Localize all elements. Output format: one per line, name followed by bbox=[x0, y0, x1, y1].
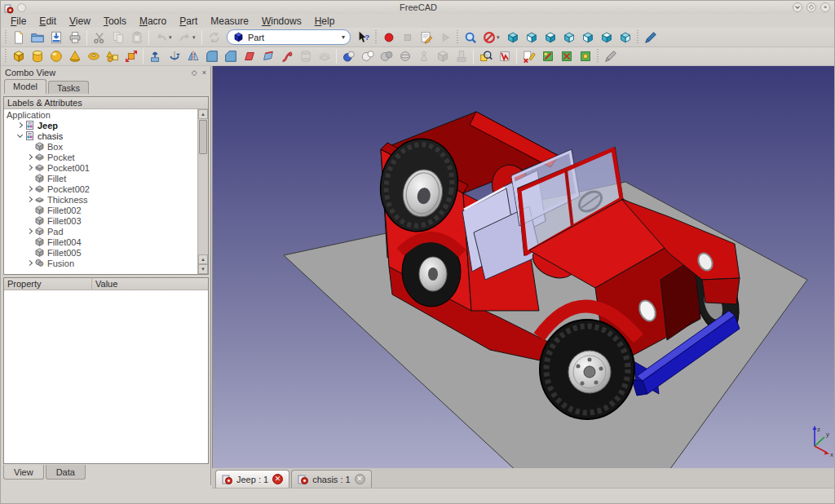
measure-clear-button[interactable] bbox=[576, 47, 594, 65]
document-tab-chasis[interactable]: chasis : 1✕ bbox=[291, 470, 371, 488]
refresh-button[interactable] bbox=[205, 29, 223, 46]
tree-item-fillet002[interactable]: Fillet002 bbox=[4, 205, 197, 215]
make-face-button[interactable] bbox=[240, 47, 258, 65]
tree-item-fillet004[interactable]: Fillet004 bbox=[4, 237, 197, 247]
fillet-button[interactable] bbox=[202, 47, 221, 65]
scroll-down-icon[interactable]: ▼ bbox=[198, 264, 208, 274]
tree-item-jeep[interactable]: Jeep bbox=[4, 120, 197, 130]
tree-item-pad[interactable]: Pad bbox=[4, 226, 197, 237]
close-button[interactable]: × bbox=[820, 2, 830, 12]
view-front-button[interactable] bbox=[522, 29, 541, 46]
menu-tools[interactable]: Tools bbox=[97, 15, 133, 28]
defeaturing-button[interactable] bbox=[495, 47, 514, 65]
make-solid-button[interactable] bbox=[414, 47, 433, 65]
expand-icon[interactable] bbox=[27, 154, 33, 160]
menu-view[interactable]: View bbox=[63, 15, 97, 28]
tree-item-pocket001[interactable]: Pocket001 bbox=[4, 162, 197, 173]
toolbar-handle[interactable] bbox=[636, 30, 639, 45]
shape-builder-button[interactable] bbox=[121, 47, 140, 65]
expand-icon[interactable] bbox=[27, 186, 33, 192]
close-panel-icon[interactable]: × bbox=[202, 69, 206, 77]
check-geometry-button[interactable] bbox=[476, 47, 495, 65]
menu-file[interactable]: File bbox=[4, 15, 33, 28]
tree-item-fusion[interactable]: Fusion bbox=[4, 258, 197, 268]
toolbar-handle[interactable] bbox=[4, 49, 7, 64]
tree-item-box[interactable]: Box bbox=[4, 141, 197, 152]
create-primitives-button[interactable] bbox=[103, 47, 121, 65]
primitive-box-button[interactable] bbox=[9, 47, 28, 65]
expand-icon[interactable] bbox=[27, 197, 33, 202]
primitive-cone-button[interactable] bbox=[65, 47, 84, 65]
close-tab-icon[interactable]: ✕ bbox=[355, 474, 365, 484]
menu-macro[interactable]: Macro bbox=[133, 15, 173, 28]
view-left-button[interactable] bbox=[616, 29, 634, 46]
ruled-surface-button[interactable] bbox=[258, 47, 277, 65]
document-tab-jeep[interactable]: Jeep : 1✕ bbox=[215, 470, 289, 488]
tab-view[interactable]: View bbox=[3, 465, 44, 480]
measure-refresh-button[interactable] bbox=[557, 47, 576, 65]
minimize-button[interactable] bbox=[793, 2, 802, 12]
draw-style-button[interactable] bbox=[479, 29, 498, 46]
expand-icon[interactable] bbox=[27, 165, 33, 170]
view-right-button[interactable] bbox=[559, 29, 578, 46]
menu-windows[interactable]: Windows bbox=[255, 15, 308, 28]
new-file-button[interactable] bbox=[9, 29, 28, 46]
macro-record-button[interactable] bbox=[379, 29, 398, 46]
clipping-plane-button[interactable] bbox=[641, 29, 660, 46]
boolean-common-button[interactable] bbox=[377, 47, 395, 65]
save-file-button[interactable] bbox=[46, 29, 65, 46]
tab-model[interactable]: Model bbox=[4, 79, 46, 94]
value-column-header[interactable]: Value bbox=[92, 278, 208, 290]
menu-part[interactable]: Part bbox=[173, 15, 204, 28]
workbench-selector[interactable]: Part▾ bbox=[227, 29, 351, 45]
tab-data[interactable]: Data bbox=[46, 465, 86, 480]
tree-item-pocket[interactable]: Pocket bbox=[4, 152, 197, 162]
tree-scrollbar[interactable]: ▲ ▲ ▼ bbox=[197, 109, 208, 274]
extrude-button[interactable] bbox=[146, 47, 165, 65]
sweep-button[interactable] bbox=[277, 47, 296, 65]
loft-button[interactable] bbox=[296, 47, 315, 65]
expand-icon[interactable] bbox=[27, 228, 33, 234]
measure-angular-button[interactable] bbox=[538, 47, 557, 65]
paste-button[interactable] bbox=[127, 29, 146, 46]
scrollbar-thumb[interactable] bbox=[199, 120, 207, 154]
primitive-sphere-button[interactable] bbox=[46, 47, 65, 65]
toolbar-handle[interactable] bbox=[596, 49, 599, 64]
menu-measure[interactable]: Measure bbox=[204, 15, 255, 28]
property-column-header[interactable]: Property bbox=[4, 278, 92, 290]
menu-help[interactable]: Help bbox=[308, 15, 342, 28]
copy-button[interactable] bbox=[108, 29, 127, 46]
expand-icon[interactable] bbox=[27, 260, 33, 266]
chamfer-button[interactable] bbox=[221, 47, 240, 65]
tree-item-fillet005[interactable]: Fillet005 bbox=[4, 247, 197, 258]
mirror-button[interactable] bbox=[183, 47, 202, 65]
collapse-icon[interactable] bbox=[17, 132, 23, 138]
revolve-button[interactable] bbox=[165, 47, 183, 65]
maximize-button[interactable]: ◇ bbox=[806, 2, 816, 12]
compound-button[interactable] bbox=[433, 47, 452, 65]
menu-edit[interactable]: Edit bbox=[33, 15, 63, 28]
cross-sections-button[interactable] bbox=[395, 47, 414, 65]
float-panel-icon[interactable]: ◇ bbox=[192, 69, 197, 77]
macro-edit-button[interactable] bbox=[417, 29, 435, 46]
primitive-torus-button[interactable] bbox=[84, 47, 103, 65]
tab-tasks[interactable]: Tasks bbox=[48, 81, 89, 94]
boolean-cut-button[interactable] bbox=[358, 47, 377, 65]
macro-play-button[interactable] bbox=[435, 29, 454, 46]
toolbar-handle[interactable] bbox=[374, 30, 378, 45]
expand-icon[interactable] bbox=[17, 122, 23, 128]
tree-item-thickness[interactable]: Thickness bbox=[4, 194, 197, 205]
view-rear-button[interactable] bbox=[578, 29, 597, 46]
redo-button[interactable] bbox=[175, 29, 194, 46]
undo-button[interactable] bbox=[152, 29, 170, 46]
annotation-pen-button[interactable] bbox=[601, 47, 620, 65]
open-file-button[interactable] bbox=[28, 29, 46, 46]
primitive-cylinder-button[interactable] bbox=[28, 47, 46, 65]
view-top-button[interactable] bbox=[541, 29, 559, 46]
tree-item-fillet[interactable]: Fillet bbox=[4, 173, 197, 183]
boolean-union-button[interactable] bbox=[339, 47, 358, 65]
measure-linear-button[interactable] bbox=[519, 47, 538, 65]
toolbar-handle[interactable] bbox=[456, 30, 459, 45]
offset-button[interactable] bbox=[315, 47, 334, 65]
print-button[interactable] bbox=[65, 29, 84, 46]
